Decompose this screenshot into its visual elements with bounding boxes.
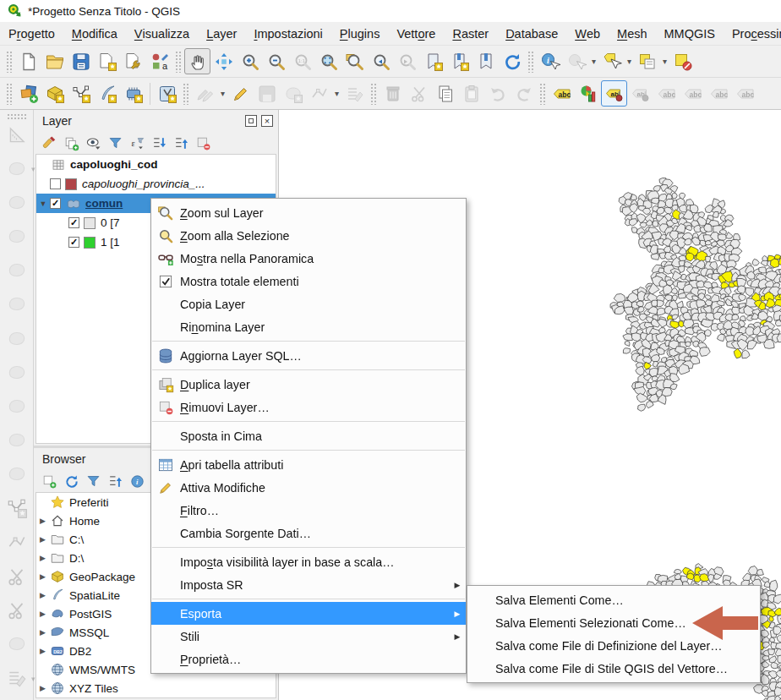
menu-item-imposta-visibilit-layer-in-base-a-scala[interactable]: Imposta visibilità layer in base a scala…: [151, 550, 466, 573]
new-temporary-scratch-layer-button[interactable]: [120, 80, 146, 107]
identify-features-button[interactable]: i: [537, 48, 563, 74]
style-manager-button[interactable]: a: [146, 48, 172, 74]
select-features-by-value-dropdown-icon[interactable]: ▾: [660, 57, 669, 66]
panel-close-button[interactable]: ×: [261, 115, 273, 127]
zoom-full-extent-button[interactable]: [315, 48, 341, 74]
collapse-all-button[interactable]: [171, 133, 191, 153]
new-virtual-layer-button[interactable]: [154, 80, 180, 107]
layer-visibility-checkbox[interactable]: [50, 178, 61, 189]
menubar-item-layer[interactable]: Layer: [198, 22, 245, 46]
layer-visibility-checkbox[interactable]: ✓: [68, 217, 79, 228]
expand-arrow-icon[interactable]: ▶: [36, 554, 49, 562]
menu-item-mostra-nella-panoramica[interactable]: Mostra nella Panoramica: [151, 247, 466, 270]
properties-info-button[interactable]: i: [127, 471, 147, 491]
expand-arrow-icon[interactable]: ▶: [36, 684, 49, 692]
menubar-item-processing[interactable]: Processing: [724, 22, 781, 46]
remove-layer-button[interactable]: [193, 133, 213, 153]
filter-legend-button[interactable]: [105, 133, 125, 153]
pin-unpin-labels-button[interactable]: ab: [601, 80, 627, 107]
menubar-item-database[interactable]: Database: [497, 22, 566, 46]
style-brush-button[interactable]: [39, 133, 59, 153]
open-project-button[interactable]: [41, 48, 68, 74]
select-features-button[interactable]: [598, 48, 625, 74]
select-features-dropdown-icon[interactable]: ▾: [625, 57, 634, 66]
layer-visibility-checkbox[interactable]: ✓: [68, 237, 79, 248]
menu-item-rinomina-layer[interactable]: Rinomina Layer: [151, 315, 466, 338]
show-spatial-bookmarks-button[interactable]: [446, 48, 472, 74]
layout-manager-button[interactable]: [120, 48, 146, 74]
zoom-last-button[interactable]: [368, 48, 394, 74]
run-feature-action-dropdown-icon[interactable]: ▾: [589, 57, 598, 66]
deselect-all-features-button[interactable]: [669, 48, 696, 74]
menu-item-zoom-alla-selezione[interactable]: Zoom alla Selezione: [151, 224, 466, 247]
collapse-all-button[interactable]: [105, 471, 125, 491]
vertex-tool-dropdown-icon[interactable]: ▾: [332, 89, 341, 98]
layer-labeling-options-button[interactable]: abc: [549, 80, 575, 107]
toggle-editing-button[interactable]: [227, 80, 254, 107]
menubar-item-vettore[interactable]: Vettore: [388, 22, 444, 46]
menu-item-stili[interactable]: Stili▶: [151, 625, 466, 648]
collapse-arrow-icon[interactable]: ▼: [36, 200, 50, 208]
layer-item-capoluoghi-cod[interactable]: capoluoghi_cod: [36, 155, 276, 174]
menubar-item-modifica[interactable]: Modifica: [63, 22, 126, 46]
menu-item-mostra-totale-elementi[interactable]: Mostra totale elementi: [151, 270, 466, 293]
expand-arrow-icon[interactable]: ▶: [36, 610, 49, 618]
filter-expression-button[interactable]: ε: [127, 133, 147, 153]
pan-to-selection-button[interactable]: [210, 48, 237, 74]
menu-item-duplica-layer[interactable]: Duplica layer: [151, 373, 466, 396]
zoom-to-layer-button[interactable]: [341, 48, 368, 74]
menubar-item-impostazioni[interactable]: Impostazioni: [245, 22, 330, 46]
new-shapefile-layer-button[interactable]: [68, 80, 94, 107]
menubar-item-mmqgis[interactable]: MMQGIS: [656, 22, 724, 46]
menu-item-aggiorna-layer-sql[interactable]: Aggiorna Layer SQL…: [151, 344, 466, 367]
menu-item-zoom-sul-layer[interactable]: Zoom sul Layer: [151, 201, 466, 224]
menubar-item-visualizza[interactable]: Visualizza: [126, 22, 198, 46]
save-project-button[interactable]: [68, 48, 94, 74]
bookmark-manager-button[interactable]: [472, 48, 499, 74]
new-spatial-bookmark-button[interactable]: [420, 48, 446, 74]
add-group-button[interactable]: [61, 133, 81, 153]
expand-arrow-icon[interactable]: ▶: [36, 591, 49, 599]
expand-arrow-icon[interactable]: ▶: [36, 572, 49, 581]
zoom-in-button[interactable]: [237, 48, 263, 74]
menu-item-filtro[interactable]: Filtro…: [151, 499, 466, 522]
expand-arrow-icon[interactable]: ▶: [36, 647, 49, 655]
submenu-item-salva-come-file-di-stile-qgis-del-vettore[interactable]: Salva come File di Stile QGIS del Vettor…: [467, 657, 760, 680]
expand-arrow-icon[interactable]: ▶: [36, 628, 49, 637]
menubar-item-plugins[interactable]: Plugins: [331, 22, 389, 46]
menu-item-attiva-modifiche[interactable]: Attiva Modifiche: [151, 476, 466, 499]
refresh-map-button[interactable]: [499, 48, 525, 74]
menu-item-sposta-in-cima[interactable]: Sposta in Cima: [151, 424, 466, 447]
refresh-browser-button[interactable]: [61, 471, 81, 491]
panel-float-button[interactable]: [245, 115, 257, 127]
browser-item-xyz-tiles[interactable]: ▶XYZ Tiles: [36, 679, 276, 697]
menubar-item-progetto[interactable]: Progetto: [0, 22, 63, 46]
new-geopackage-layer-button[interactable]: [41, 80, 68, 107]
filter-browser-button[interactable]: [83, 471, 103, 491]
expand-all-button[interactable]: [149, 133, 169, 153]
menubar-item-web[interactable]: Web: [566, 22, 609, 46]
new-print-layout-button[interactable]: [94, 48, 120, 74]
add-selected-layers-button[interactable]: [39, 471, 59, 491]
menubar-item-mesh[interactable]: Mesh: [609, 22, 655, 46]
layer-visibility-button[interactable]: [83, 133, 103, 153]
new-spatialite-layer-button[interactable]: [94, 80, 120, 107]
pan-map-button[interactable]: [184, 48, 210, 74]
menu-item-propriet[interactable]: Proprietà…: [151, 648, 466, 670]
menu-item-imposta-sr[interactable]: Imposta SR▶: [151, 573, 466, 596]
menu-item-cambia-sorgente-dati[interactable]: Cambia Sorgente Dati…: [151, 522, 466, 544]
layer-item-capoluoghi-provincia[interactable]: capoluoghi_provincia_...: [36, 174, 276, 194]
copy-features-button[interactable]: [432, 80, 458, 107]
expand-arrow-icon[interactable]: ▶: [36, 517, 49, 525]
menu-item-apri-tabella-attributi[interactable]: Apri tabella attributi: [151, 453, 466, 476]
menu-item-rimuovi-layer[interactable]: Rimuovi Layer…: [151, 396, 466, 418]
expand-arrow-icon[interactable]: ▶: [36, 535, 49, 544]
menubar-item-raster[interactable]: Raster: [444, 22, 497, 46]
select-features-by-value-button[interactable]: [634, 48, 660, 74]
new-project-button[interactable]: [15, 48, 41, 74]
menu-item-copia-layer[interactable]: Copia Layer: [151, 293, 466, 315]
current-edits-dropdown-icon[interactable]: ▾: [218, 89, 227, 98]
data-source-manager-button[interactable]: [15, 80, 41, 107]
zoom-out-button[interactable]: [263, 48, 289, 74]
layer-diagram-options-button[interactable]: [575, 80, 601, 107]
